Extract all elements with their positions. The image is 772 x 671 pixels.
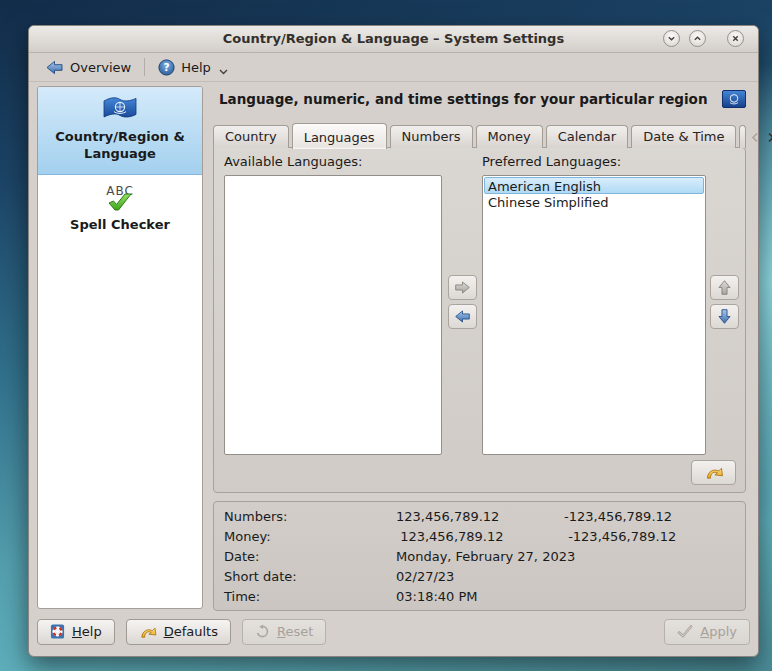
reset-button-label: Reset bbox=[277, 624, 313, 639]
list-item-chinese-simplified[interactable]: Chinese Simplified bbox=[484, 194, 704, 211]
row-label: Numbers: bbox=[224, 507, 396, 527]
help-menu-button[interactable]: ? Help bbox=[149, 57, 237, 78]
un-flag-icon bbox=[102, 96, 138, 121]
row-label: Short date: bbox=[224, 567, 396, 587]
row-label: Time: bbox=[224, 587, 396, 607]
main-area: Language, numeric, and time settings for… bbox=[213, 84, 746, 614]
row-positive-value: 02/27/23 bbox=[396, 567, 564, 587]
row-negative-value bbox=[564, 587, 735, 607]
tab-label: Country bbox=[225, 129, 277, 144]
check-icon bbox=[107, 192, 133, 212]
un-flag-small-icon bbox=[722, 90, 746, 108]
svg-text:?: ? bbox=[164, 61, 170, 73]
preview-row-money: Money: 123,456,789.12 -123,456,789.12 bbox=[224, 527, 735, 547]
toolbar: Overview ? Help bbox=[29, 53, 758, 82]
reset-icon bbox=[255, 624, 270, 639]
tab-country[interactable]: Country bbox=[213, 125, 289, 148]
lifebuoy-icon bbox=[50, 624, 65, 639]
close-button[interactable] bbox=[727, 30, 744, 47]
row-positive-value: 123,456,789.12 bbox=[396, 527, 564, 547]
sidebar-item-label: Country/Region & Language bbox=[44, 129, 196, 163]
tab-scroll-left-icon[interactable] bbox=[751, 132, 759, 143]
chevron-down-icon bbox=[667, 34, 676, 43]
defaults-button[interactable]: Defaults bbox=[126, 619, 231, 645]
arrow-right-icon bbox=[454, 280, 471, 295]
undo-icon bbox=[139, 625, 157, 639]
overview-button[interactable]: Overview bbox=[36, 58, 140, 77]
tab-label: Languages bbox=[304, 130, 375, 145]
close-icon bbox=[731, 34, 740, 43]
maximize-button[interactable] bbox=[689, 30, 706, 47]
tab-date-time[interactable]: Date & Time bbox=[631, 125, 736, 148]
arrow-left-icon bbox=[454, 309, 471, 324]
apply-button[interactable]: Apply bbox=[664, 619, 750, 645]
reset-button[interactable]: Reset bbox=[242, 619, 326, 645]
back-arrow-icon bbox=[45, 60, 64, 75]
help-button[interactable]: Help bbox=[37, 619, 115, 645]
help-menu-label: Help bbox=[181, 60, 211, 75]
tab-label: Date & Time bbox=[643, 129, 724, 144]
tab-numbers[interactable]: Numbers bbox=[390, 125, 473, 148]
preferred-languages-label: Preferred Languages: bbox=[482, 154, 621, 169]
chevron-down-icon bbox=[219, 69, 228, 75]
preview-row-numbers: Numbers: 123,456,789.12 -123,456,789.12 bbox=[224, 507, 735, 527]
preview-row-short-date: Short date: 02/27/23 bbox=[224, 567, 735, 587]
restore-default-languages-button[interactable] bbox=[691, 460, 736, 485]
preview-row-time: Time: 03:18:40 PM bbox=[224, 587, 735, 607]
row-negative-value bbox=[564, 567, 735, 587]
tabbar: Country Languages Numbers Money Calendar… bbox=[213, 122, 746, 148]
minimize-button[interactable] bbox=[663, 30, 680, 47]
desktop-background: Country/Region & Language – System Setti… bbox=[0, 0, 772, 671]
row-negative-value bbox=[564, 547, 735, 567]
sidebar-item-spell-checker[interactable]: ABC Spell Checker bbox=[38, 175, 202, 244]
tab-calendar[interactable]: Calendar bbox=[546, 125, 628, 148]
available-languages-list[interactable] bbox=[224, 175, 442, 455]
row-positive-value: 123,456,789.12 bbox=[396, 507, 564, 527]
tab-label: Calendar bbox=[558, 129, 616, 144]
format-preview-panel: Numbers: 123,456,789.12 -123,456,789.12 … bbox=[213, 501, 746, 611]
sidebar-item-country-region-language[interactable]: Country/Region & Language bbox=[38, 87, 202, 175]
footer-button-bar: Help Defaults Reset bbox=[37, 618, 750, 645]
move-up-button[interactable] bbox=[710, 275, 739, 300]
row-label: Money: bbox=[224, 527, 396, 547]
defaults-button-label: Defaults bbox=[164, 624, 218, 639]
chevron-up-icon bbox=[693, 34, 702, 43]
tab-scroll-right-icon[interactable] bbox=[767, 132, 772, 143]
row-positive-value: Monday, February 27, 2023 bbox=[396, 547, 564, 567]
help-icon: ? bbox=[158, 59, 175, 76]
languages-tab-panel: Available Languages: Preferred Languages… bbox=[213, 147, 746, 493]
undo-icon bbox=[704, 465, 724, 480]
move-down-button[interactable] bbox=[710, 304, 739, 329]
tab-label: Numbers bbox=[402, 129, 461, 144]
move-left-button[interactable] bbox=[448, 304, 477, 329]
overview-label: Overview bbox=[70, 60, 131, 75]
spell-checker-icon: ABC bbox=[44, 185, 196, 212]
sidebar: Country/Region & Language ABC Spell Chec… bbox=[37, 86, 203, 609]
preferred-languages-list[interactable]: American English Chinese Simplified bbox=[482, 175, 706, 455]
list-item-american-english[interactable]: American English bbox=[484, 177, 704, 194]
region-header: Language, numeric, and time settings for… bbox=[219, 86, 746, 112]
system-settings-window: Country/Region & Language – System Setti… bbox=[28, 25, 759, 657]
row-negative-value: -123,456,789.12 bbox=[564, 527, 735, 547]
tab-money[interactable]: Money bbox=[476, 125, 543, 148]
apply-button-label: Apply bbox=[700, 624, 737, 639]
toolbar-separator bbox=[144, 58, 145, 76]
row-label: Date: bbox=[224, 547, 396, 567]
move-right-button[interactable] bbox=[448, 275, 477, 300]
sidebar-item-label: Spell Checker bbox=[44, 217, 196, 234]
window-title: Country/Region & Language – System Setti… bbox=[29, 26, 758, 52]
titlebar[interactable]: Country/Region & Language – System Setti… bbox=[29, 26, 758, 53]
arrow-down-icon bbox=[717, 308, 732, 325]
tab-label: Money bbox=[488, 129, 531, 144]
available-languages-label: Available Languages: bbox=[224, 154, 362, 169]
page-title: Language, numeric, and time settings for… bbox=[219, 91, 708, 107]
tab-languages[interactable]: Languages bbox=[292, 123, 387, 149]
row-negative-value: -123,456,789.12 bbox=[564, 507, 735, 527]
check-icon bbox=[677, 625, 693, 638]
tab-scroll-controls bbox=[751, 132, 772, 148]
tab-other-clipped[interactable]: Other bbox=[739, 125, 746, 148]
preview-row-date: Date: Monday, February 27, 2023 bbox=[224, 547, 735, 567]
tab-label: Other bbox=[745, 129, 746, 144]
row-positive-value: 03:18:40 PM bbox=[396, 587, 564, 607]
arrow-up-icon bbox=[717, 279, 732, 296]
